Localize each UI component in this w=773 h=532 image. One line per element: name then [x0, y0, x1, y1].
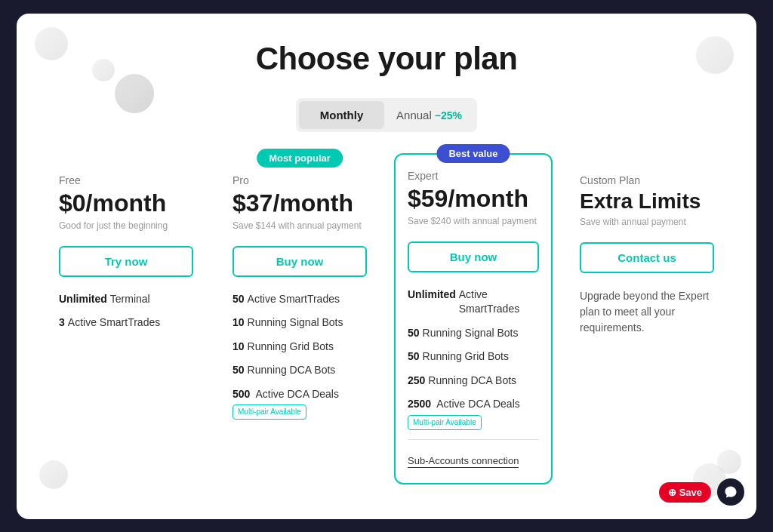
pinterest-save-label: Save — [679, 487, 702, 498]
popular-badge: Most popular — [257, 149, 343, 168]
plans-grid: Free $0/month Good for just the beginnin… — [47, 159, 726, 485]
free-price: $0/month — [59, 189, 193, 217]
expert-feature-1: Unlimited Active SmartTrades — [408, 288, 539, 317]
discount-badge: −25% — [435, 109, 462, 121]
custom-tier-label: Custom Plan — [580, 174, 714, 186]
pro-price: $37/month — [233, 189, 367, 217]
pro-feature-3: 10 Running Grid Bots — [233, 340, 367, 355]
coin-decoration-3 — [115, 74, 154, 113]
pro-tier-label: Pro — [233, 174, 367, 186]
free-feature-2: 3 Active SmartTrades — [59, 315, 193, 331]
pinterest-icon: ⊕ — [668, 487, 676, 498]
page-title: Choose your plan — [47, 41, 726, 77]
expert-savings: Save $240 with annual payment — [408, 216, 539, 229]
expert-price: $59/month — [408, 185, 539, 213]
expert-divider — [408, 439, 539, 440]
free-tier-label: Free — [59, 174, 193, 186]
pro-feature-4: 50 Running DCA Bots — [233, 363, 367, 378]
chat-svg — [724, 485, 738, 499]
expert-multi-pair-badge: Multi-pair Available — [408, 415, 482, 430]
coin-decoration-1 — [35, 27, 68, 60]
free-plan-card: Free $0/month Good for just the beginnin… — [47, 159, 205, 355]
free-cta-button[interactable]: Try now — [59, 246, 193, 277]
coin-decoration-4 — [696, 36, 734, 74]
expert-feature-2: 50 Running Signal Bots — [408, 326, 539, 341]
chat-icon[interactable] — [717, 478, 744, 506]
pro-plan-card: Most popular Pro $37/month Save $144 wit… — [220, 159, 379, 444]
custom-plan-card: Custom Plan Extra Limits Save with annua… — [568, 159, 726, 351]
pricing-card: Choose your plan Monthly Annual−25% Free… — [17, 14, 756, 519]
monthly-toggle-btn[interactable]: Monthly — [299, 101, 384, 129]
pro-feature-1: 50 Active SmartTrades — [233, 292, 367, 307]
custom-savings: Save with annual payment — [580, 217, 714, 230]
expert-tier-label: Expert — [408, 170, 539, 182]
coin-decoration-2 — [92, 59, 115, 81]
sub-accounts-link[interactable]: Sub-Accounts connection — [408, 455, 519, 468]
free-feature-1: Unlimited Terminal — [59, 292, 193, 307]
contact-us-button[interactable]: Contact us — [580, 242, 714, 273]
expert-feature-5: 2500 Active DCA Deals Multi-pair Availab… — [408, 397, 539, 430]
expert-feature-4: 250 Running DCA Bots — [408, 374, 539, 389]
pro-multi-pair-badge: Multi-pair Available — [233, 404, 306, 420]
annual-label: Annual — [396, 109, 432, 121]
custom-price: Extra Limits — [580, 189, 714, 214]
pro-feature-2: 10 Running Signal Bots — [233, 315, 367, 331]
expert-cta-button[interactable]: Buy now — [408, 241, 539, 272]
coin-decoration-7 — [39, 460, 68, 489]
coin-decoration-6 — [717, 450, 741, 474]
billing-toggle: Monthly Annual−25% — [296, 98, 477, 132]
expert-feature-3: 50 Running Grid Bots — [408, 349, 539, 364]
pinterest-save-button[interactable]: ⊕ Save — [659, 482, 711, 503]
expert-plan-card: Best value Expert $59/month Save $240 wi… — [394, 153, 553, 485]
annual-toggle-btn[interactable]: Annual−25% — [384, 101, 474, 129]
pro-feature-5: 500 Active DCA Deals Multi-pair Availabl… — [233, 387, 367, 420]
pro-cta-button[interactable]: Buy now — [233, 246, 367, 277]
best-value-badge: Best value — [436, 144, 510, 163]
pro-savings: Save $144 with annual payment — [233, 220, 367, 234]
free-savings: Good for just the beginning — [59, 220, 193, 234]
custom-plan-description: Upgrade beyond the Expert plan to meet a… — [580, 288, 714, 336]
